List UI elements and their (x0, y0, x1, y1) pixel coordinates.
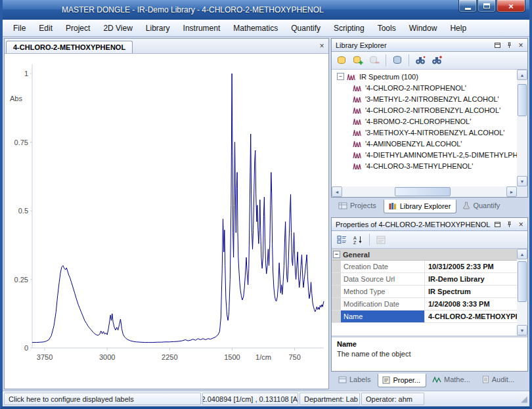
menu-help[interactable]: Help (443, 21, 473, 35)
menu-2d-view[interactable]: 2D View (97, 21, 139, 35)
properties-toolbar: AZ (332, 231, 527, 249)
close-button[interactable]: × (497, 0, 525, 12)
document-tab-label: 4-CHLORO-2-METHOXYPHENOL (13, 43, 125, 51)
property-name: Name (341, 311, 425, 322)
property-name: Data Source Url (341, 273, 425, 285)
scroll-left-icon[interactable]: ◄ (332, 186, 342, 197)
remove-from-library-icon[interactable] (367, 53, 382, 68)
minimize-button[interactable] (458, 0, 477, 12)
spectrum-icon (353, 118, 363, 125)
spectrum-plot[interactable]: 00.250.50.75137503000225015007501/cmAbs (5, 54, 328, 389)
categorized-view-icon[interactable] (334, 232, 349, 247)
tree-item-spectrum[interactable]: '4-CHLORO-2-NITROBENZYL ALCOHOL' (332, 104, 517, 116)
menu-bar: File Edit Project 2D View Library Instru… (3, 20, 529, 37)
property-row-creation-date[interactable]: Creation Date 10/31/2005 2:33 PM (332, 261, 517, 273)
panel-close-icon[interactable]: × (516, 41, 525, 50)
pin-icon[interactable] (504, 41, 514, 50)
title-bar[interactable]: MASTER DONGLE - IR-Demo Library - 4-CHLO… (3, 0, 529, 20)
property-value[interactable]: 4-CHLORO-2-METHOXYPHENOL (425, 311, 517, 322)
alphabetical-sort-icon[interactable]: AZ (351, 232, 365, 247)
document-close-icon[interactable]: × (317, 41, 327, 51)
property-row-method-type[interactable]: Method Type IR Spectrum (332, 286, 517, 298)
property-pages-icon[interactable] (374, 232, 388, 247)
property-value[interactable]: 10/31/2005 2:33 PM (425, 261, 517, 272)
tab-library-explorer[interactable]: Library Explorer (384, 200, 457, 213)
property-grid[interactable]: − General Creation Date 10/31/2005 2:33 … (332, 249, 527, 335)
scrollbar-thumb[interactable] (518, 261, 527, 302)
library-tree[interactable]: − IR Spectrum (100) '4-CHLORO-2-NITROPHE… (332, 70, 527, 197)
spectrum-chart[interactable]: 00.250.50.75137503000225015007501/cmAbs (5, 54, 328, 389)
scroll-up-icon[interactable]: ▲ (517, 249, 527, 259)
property-row-data-source-url[interactable]: Data Source Url IR-Demo Library (332, 273, 517, 286)
tree-node-root[interactable]: − IR Spectrum (100) (332, 71, 517, 82)
property-value[interactable]: IR-Demo Library (425, 273, 517, 285)
search-library-icon[interactable] (413, 53, 428, 68)
tree-item-spectrum[interactable]: '4-DIETHYLAMINOMETHYL-2,5-DIMETHYLPHENOL… (332, 149, 517, 160)
tree-item-label: '4-CHLORO-2-NITROPHENOL' (365, 84, 466, 92)
spectrum-icon (353, 95, 363, 103)
tree-item-label: '3-METHOXY-4-NITROBENZYL ALCOHOL' (365, 129, 504, 137)
scroll-down-icon[interactable]: ▼ (517, 325, 527, 335)
tree-item-spectrum[interactable]: '4-BROMO-2-CHLOROPHENOL' (332, 116, 517, 127)
property-row-name[interactable]: Name 4-CHLORO-2-METHOXYPHENOL (332, 311, 517, 323)
window-title: MASTER DONGLE - IR-Demo Library - 4-CHLO… (3, 5, 324, 14)
tree-horizontal-scrollbar[interactable]: ◄ ► (332, 186, 517, 197)
tab-properties[interactable]: Proper... (378, 374, 426, 387)
menu-scripting[interactable]: Scripting (327, 21, 371, 35)
menu-file[interactable]: File (7, 21, 32, 35)
document-pane: 4-CHLORO-2-METHOXYPHENOL × 00.250.50.751… (4, 38, 329, 389)
properties-header[interactable]: Properties of 4-CHLORO-2-METHOXYPHENOL × (332, 218, 527, 231)
collapse-icon[interactable]: − (337, 73, 344, 80)
document-tab[interactable]: 4-CHLORO-2-METHOXYPHENOL (6, 41, 133, 53)
properties-vertical-scrollbar[interactable]: ▲ ▼ (517, 249, 527, 335)
menu-window[interactable]: Window (403, 21, 444, 35)
menu-mathematics[interactable]: Mathematics (227, 21, 284, 35)
float-window-icon[interactable] (493, 220, 502, 229)
tree-item-spectrum[interactable]: '4-CHLORO-3-METHYLPHENOL' (332, 160, 517, 171)
pin-icon[interactable] (504, 220, 514, 229)
tree-item-spectrum[interactable]: '3-METHYL-2-NITROBENZYL ALCOHOL' (332, 93, 517, 104)
menu-instrument[interactable]: Instrument (177, 21, 227, 35)
scroll-right-icon[interactable]: ► (506, 186, 517, 197)
tab-projects[interactable]: Projects (334, 200, 382, 213)
menu-tools[interactable]: Tools (371, 21, 403, 35)
menu-edit[interactable]: Edit (32, 21, 59, 35)
maximize-button[interactable] (477, 0, 496, 12)
library-explorer-header[interactable]: Library Explorer × (332, 39, 527, 52)
add-to-library-icon[interactable] (351, 53, 365, 68)
properties-tabstrip: Labels Proper... Mathe... Audit... (331, 374, 528, 389)
scroll-down-icon[interactable]: ▼ (517, 176, 527, 186)
library-database-icon[interactable] (390, 53, 405, 68)
scrollbar-thumb[interactable] (395, 187, 451, 196)
svg-text:Z: Z (353, 240, 357, 245)
advanced-search-icon[interactable] (430, 53, 444, 68)
menu-library[interactable]: Library (139, 21, 177, 35)
tree-node-label: IR Spectrum (100) (359, 73, 418, 81)
panel-close-icon[interactable]: × (516, 220, 525, 229)
properties-title: Properties of 4-CHLORO-2-METHOXYPHENOL (336, 221, 490, 228)
configure-labels-hint[interactable]: Click here to configure displayed labels (4, 393, 201, 405)
svg-text:3750: 3750 (37, 353, 53, 361)
tree-vertical-scrollbar[interactable]: ▲ ▼ (517, 70, 527, 186)
tree-item-spectrum[interactable]: '4-AMINOBENZYL ALCOHOL' (332, 138, 517, 149)
scrollbar-thumb[interactable] (518, 84, 527, 117)
tree-item-spectrum[interactable]: '4-CHLORO-2-NITROPHENOL' (332, 82, 517, 93)
collapse-icon[interactable]: − (333, 251, 340, 258)
tree-item-spectrum[interactable]: '3-METHOXY-4-NITROBENZYL ALCOHOL' (332, 127, 517, 138)
tab-quantify[interactable]: Quantify (458, 200, 506, 213)
new-library-icon[interactable] (334, 53, 349, 68)
tab-label: Labels (349, 376, 370, 383)
menu-quantify[interactable]: Quantify (284, 21, 327, 35)
category-row[interactable]: − General (332, 249, 517, 261)
tab-labels[interactable]: Labels (334, 374, 376, 387)
scroll-up-icon[interactable]: ▲ (517, 70, 527, 80)
menu-project[interactable]: Project (59, 21, 97, 35)
tab-label: Audit... (492, 376, 514, 383)
property-value[interactable]: IR Spectrum (425, 286, 517, 297)
property-row-modification-date[interactable]: Modification Date 1/24/2008 3:33 PM (332, 298, 517, 311)
tab-audit[interactable]: Audit... (477, 374, 520, 387)
property-value[interactable]: 1/24/2008 3:33 PM (425, 298, 517, 310)
resize-grip[interactable]: ◢ (521, 395, 527, 403)
float-window-icon[interactable] (493, 41, 502, 50)
tab-mathematics[interactable]: Mathe... (428, 374, 476, 387)
